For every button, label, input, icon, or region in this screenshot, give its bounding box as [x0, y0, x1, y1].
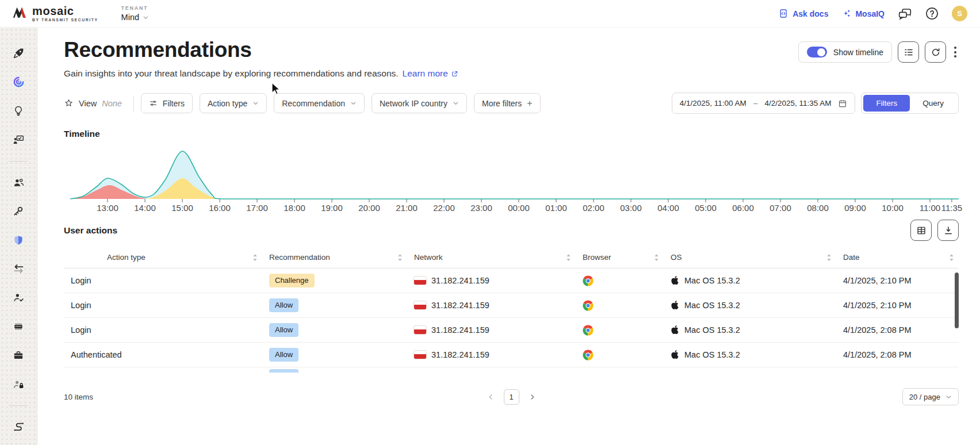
toggle-switch[interactable] — [807, 47, 827, 57]
sidebar-item-security-shield[interactable] — [7, 229, 29, 251]
svg-text:00:00: 00:00 — [508, 203, 530, 213]
sidebar-item-flows[interactable] — [7, 416, 29, 438]
svg-text:08:00: 08:00 — [807, 203, 829, 213]
sort-icon[interactable] — [826, 254, 832, 262]
date-end: 4/2/2025, 11:35 AM — [764, 99, 831, 108]
mosaiq-button[interactable]: MosaIQ — [841, 9, 885, 18]
sidebar-item-transfer-arrows[interactable] — [7, 258, 29, 279]
column-header-date[interactable]: Date — [836, 253, 959, 262]
page-size-selector[interactable]: 20 / page — [902, 388, 959, 405]
show-timeline-toggle[interactable]: Show timeline — [798, 41, 892, 63]
next-page-button[interactable] — [529, 393, 536, 401]
column-header-os[interactable]: OS — [664, 253, 836, 262]
sidebar-item-mainframe[interactable] — [7, 316, 29, 337]
sidebar-item-training[interactable] — [7, 129, 29, 150]
svg-text:05:00: 05:00 — [695, 203, 717, 213]
view-value: None — [102, 99, 122, 108]
sidebar-item-risk-radar[interactable] — [7, 71, 29, 93]
sidebar-item-identities[interactable] — [7, 172, 29, 193]
country-flag-icon — [414, 277, 426, 285]
sidebar — [0, 28, 37, 445]
svg-text:16:00: 16:00 — [209, 203, 231, 213]
sidebar-item-user-lock[interactable] — [7, 374, 29, 395]
sort-icon[interactable] — [654, 254, 659, 262]
column-header-network[interactable]: Network — [407, 253, 576, 262]
learn-more-link[interactable]: Learn more — [403, 68, 458, 79]
brand-name: mosaic — [32, 5, 98, 17]
column-header-browser[interactable]: Browser — [576, 253, 664, 262]
sidebar-item-workspace[interactable] — [7, 345, 29, 366]
table-row[interactable]: LoginAllow31.182.241.159Mac OS 15.3.24/1… — [64, 293, 959, 318]
svg-text:18:00: 18:00 — [284, 203, 305, 213]
sidebar-item-key[interactable] — [7, 201, 29, 222]
sidebar-item-lightbulb[interactable] — [7, 100, 29, 121]
tenant-selector[interactable]: TENANT Mind — [121, 5, 149, 22]
country-flag-icon — [414, 326, 426, 334]
sort-icon[interactable] — [397, 254, 403, 262]
sort-icon[interactable] — [252, 254, 258, 262]
column-header-recommendation[interactable]: Recommendation — [262, 253, 407, 262]
filter-dropdown-recommendation[interactable]: Recommendation — [274, 93, 365, 113]
svg-text:21:00: 21:00 — [396, 203, 418, 213]
os-cell: Mac OS 15.3.2 — [664, 301, 836, 310]
page-title: Recommendations — [64, 38, 252, 62]
ask-docs-button[interactable]: Ask docs — [779, 9, 828, 18]
timeline-heading: Timeline — [64, 129, 959, 139]
recommendation-cell: Allow — [262, 323, 407, 337]
sparkle-icon — [841, 9, 851, 18]
chrome-icon — [583, 275, 594, 286]
browser-cell — [576, 275, 664, 286]
table-header: Action typeRecommendationNetworkBrowserO… — [64, 247, 959, 268]
table-view-button[interactable] — [910, 220, 932, 241]
sidebar-item-rocket[interactable] — [7, 43, 29, 64]
apple-icon — [671, 301, 679, 309]
browser-cell — [576, 300, 664, 311]
items-count: 10 items — [64, 393, 332, 401]
chat-icon[interactable] — [898, 7, 912, 20]
svg-text:22:00: 22:00 — [433, 203, 455, 213]
filter-dropdown-network-ip-country[interactable]: Network IP country — [372, 93, 467, 113]
chrome-icon — [583, 325, 594, 336]
mosaic-logo[interactable]: mosaic BY TRANSMIT SECURITY — [0, 5, 98, 22]
more-options-button[interactable] — [952, 43, 959, 61]
help-icon[interactable] — [925, 7, 939, 20]
action-type-cell: Login — [64, 325, 262, 335]
segment-query[interactable]: Query — [910, 95, 956, 112]
sidebar-item-user-check[interactable] — [7, 287, 29, 308]
date-range-picker[interactable]: 4/1/2025, 11:00 AM – 4/2/2025, 11:35 AM — [672, 93, 856, 114]
page-number[interactable]: 1 — [504, 389, 519, 405]
user-avatar[interactable]: S — [952, 6, 967, 21]
date-cell: 4/1/2025, 2:08 PM — [836, 350, 959, 359]
sort-icon[interactable] — [566, 254, 571, 262]
download-button[interactable] — [937, 220, 959, 241]
prev-page-button[interactable] — [487, 393, 495, 401]
more-filters-button[interactable]: More filters + — [474, 93, 541, 113]
svg-text:07:00: 07:00 — [770, 203, 791, 213]
action-type-cell: Authenticated — [64, 350, 262, 359]
browser-cell — [576, 325, 664, 336]
list-view-icon — [904, 47, 914, 57]
sort-icon[interactable] — [949, 254, 954, 262]
table-scrollbar[interactable] — [955, 273, 959, 328]
recommendation-badge: Allow — [269, 348, 298, 362]
apple-icon — [671, 276, 679, 285]
tenant-label: TENANT — [121, 5, 149, 11]
calendar-icon — [838, 99, 847, 108]
refresh-button[interactable] — [925, 41, 946, 63]
table-row[interactable]: LoginAllow31.182.241.159Mac OS 15.3.24/1… — [64, 318, 959, 343]
recommendation-badge: Allow — [269, 298, 298, 312]
filter-dropdown-action-type[interactable]: Action type — [200, 93, 267, 113]
view-selector[interactable]: View None — [64, 98, 127, 108]
table-row[interactable]: LoginChallenge31.182.241.159Mac OS 15.3.… — [64, 268, 959, 293]
table-row[interactable]: AuthenticatedAllow31.182.241.159Mac OS 1… — [64, 343, 959, 367]
filter-icon — [149, 99, 158, 108]
date-start: 4/1/2025, 11:00 AM — [680, 99, 747, 108]
chevron-down-icon — [252, 100, 259, 106]
column-header-action-type[interactable]: Action type — [64, 253, 262, 262]
filters-button[interactable]: Filters — [141, 93, 193, 113]
list-view-button[interactable] — [898, 41, 919, 63]
topbar: mosaic BY TRANSMIT SECURITY TENANT Mind … — [0, 0, 980, 28]
segment-filters[interactable]: Filters — [863, 95, 910, 112]
table-body: LoginChallenge31.182.241.159Mac OS 15.3.… — [64, 268, 959, 374]
app: { "brand": { "logo_icon": "mosaic-m-logo… — [0, 0, 980, 445]
